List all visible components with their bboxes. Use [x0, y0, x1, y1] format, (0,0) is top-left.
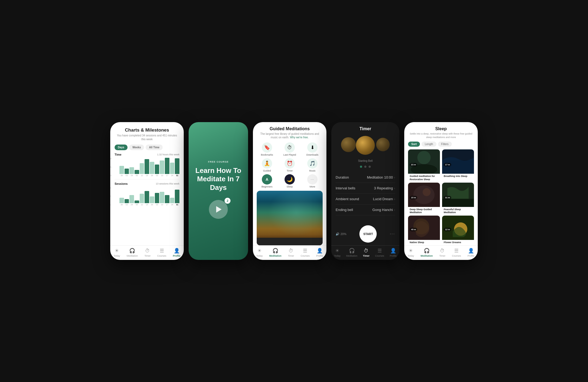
volume-value: 20%	[340, 232, 346, 236]
timer-controls: 🔊 20% START ···	[336, 222, 395, 245]
sleep-card-2[interactable]: 17 m Breathing into Sleep	[442, 149, 474, 180]
dot-2[interactable]	[364, 166, 366, 168]
dot-3[interactable]	[369, 166, 371, 168]
meditation-label-4: Meditation	[346, 254, 358, 257]
sleep-card-6[interactable]: 12 m Flower Dreams	[442, 216, 474, 245]
time-bar-0	[119, 166, 124, 174]
time-section-header: Time 1.32 hours this week	[115, 153, 179, 156]
featured-banner[interactable]	[257, 191, 323, 245]
timer-circle-label: Timer	[287, 169, 293, 172]
nav-profile-1[interactable]: 👤 Profile	[173, 248, 181, 257]
icon-sleep[interactable]: 🌙 Sleep	[279, 174, 300, 188]
nav-meditation-4[interactable]: 🎧 Meditation	[346, 248, 358, 257]
guided-label: Guided	[263, 169, 271, 172]
courses-icon-5: ☰	[454, 248, 459, 254]
time-bar-5	[145, 159, 149, 174]
y-label-2: 2	[110, 195, 111, 197]
time-stats: 1.32 hours this week	[157, 153, 179, 156]
time-bar-11	[175, 158, 179, 174]
filter-length[interactable]: Length	[422, 142, 436, 147]
courses-label-4: Courses	[375, 254, 384, 257]
tab-alltime[interactable]: All Time	[146, 145, 163, 150]
icon-downloads[interactable]: ⬇ Downloads	[302, 142, 323, 156]
sessions-bar-9	[165, 195, 169, 203]
icon-last-played[interactable]: ⏱ Last Played	[279, 142, 300, 156]
sessions-bar-5	[145, 191, 149, 203]
nav-courses-3[interactable]: ☰ Courses	[301, 248, 310, 257]
nav-profile-3[interactable]: 👤 Profile	[316, 248, 323, 257]
course-badge: 2	[225, 198, 230, 204]
nav-timer-1[interactable]: ⏱ Timer	[145, 248, 151, 257]
sleep-card-1[interactable]: 23 m Guided meditation for Restorative S…	[408, 149, 440, 180]
nav-timer-5[interactable]: ⏱ Timer	[439, 248, 446, 257]
time-x-label-7: 03	[155, 175, 159, 176]
time-x-label-9: 17	[165, 175, 169, 176]
nav-timer-3[interactable]: ⏱ Timer	[288, 248, 294, 257]
timer-label-4: Timer	[363, 254, 369, 257]
nav-today-1[interactable]: ☀ Today	[113, 248, 120, 257]
more-options[interactable]: ···	[390, 232, 395, 236]
ambient-chevron: ›	[394, 197, 395, 201]
nav-bar-4: ☀ Today 🎧 Meditation ⏱ Timer ☰ Courses 👤…	[331, 245, 399, 260]
play-button[interactable]	[209, 200, 228, 219]
interval-bells-row[interactable]: Interval bells 3 Repeating ›	[336, 183, 395, 194]
dot-1[interactable]	[360, 166, 362, 168]
timer-icon-5: ⏱	[440, 248, 445, 254]
why-free-link[interactable]: Why we're free.	[290, 136, 309, 139]
nav-meditation-3[interactable]: 🎧 Meditation	[269, 248, 281, 257]
time-bar-7	[155, 165, 159, 174]
nav-courses-5[interactable]: ☰ Courses	[452, 248, 461, 257]
sessions-x-label-7: 03	[155, 204, 159, 206]
y-label-1: 1	[110, 204, 111, 206]
nav-profile-5[interactable]: 👤 Profile	[467, 248, 475, 257]
nav-today-3[interactable]: ☀ Today	[256, 248, 263, 257]
filter-sort[interactable]: Sort	[408, 142, 420, 147]
courses-label: Courses	[157, 254, 166, 257]
icon-bookmarks[interactable]: 🔖 Bookmarks	[257, 142, 277, 156]
tab-weeks[interactable]: Weeks	[129, 145, 144, 150]
today-label-5: Today	[407, 254, 414, 257]
sleep-card-5[interactable]: 45 m Native Sleep	[408, 216, 440, 245]
sleep-title: Sleep	[408, 126, 474, 131]
sessions-x-label-11: 31	[175, 204, 179, 206]
time-bar-10	[170, 163, 175, 174]
icon-more[interactable]: ··· More	[302, 174, 323, 188]
guided-title: Guided Meditations	[257, 126, 323, 131]
timer-label-5: Timer	[439, 254, 446, 257]
screen-sleep: Sleep Settle into a deep, restorative sl…	[404, 122, 478, 260]
sessions-x-label-8: 10	[160, 204, 164, 206]
sessions-x-label-2: 29	[129, 204, 134, 206]
nav-today-5[interactable]: ☀ Today	[407, 248, 414, 257]
timer-label-3: Timer	[288, 254, 294, 257]
icon-guided[interactable]: 🧘 Guided	[257, 158, 277, 172]
time-bar-3	[135, 170, 139, 174]
sessions-stats: 13 sessions this week	[156, 182, 179, 185]
sleep-card-3[interactable]: 15 m Deep Sleep Guided Meditation	[408, 183, 440, 214]
sessions-bar-8	[160, 192, 164, 203]
today-icon-5: ☀	[409, 248, 413, 254]
icon-music[interactable]: 🎵 Music	[302, 158, 323, 172]
icon-timer[interactable]: ⏰ Timer	[279, 158, 300, 172]
nav-timer-4[interactable]: ⏱ Timer	[363, 248, 369, 257]
sleep-card-4[interactable]: 31 m Peaceful Sleep Meditation	[442, 183, 474, 214]
ending-bell-text: Gong Hanchi	[372, 208, 393, 212]
nav-meditation-1[interactable]: 🎧 Meditation	[127, 248, 138, 257]
nav-courses-1[interactable]: ☰ Courses	[157, 248, 166, 257]
nav-courses-4[interactable]: ☰ Courses	[375, 248, 384, 257]
ending-chevron: ›	[394, 208, 395, 212]
nav-meditation-5[interactable]: 🎧 Meditation	[420, 248, 433, 257]
nav-profile-4[interactable]: 👤 Profile	[390, 248, 397, 257]
play-area: 2	[194, 200, 243, 219]
tab-days[interactable]: Days	[115, 145, 128, 150]
volume-control[interactable]: 🔊 20%	[336, 232, 346, 236]
start-button[interactable]: START	[359, 225, 377, 243]
card-title-3: Deep Sleep Guided Meditation	[408, 207, 440, 214]
card-img-3	[408, 183, 440, 207]
icon-beginners[interactable]: A Beginners	[257, 174, 277, 188]
meditation-icon: 🎧	[129, 248, 135, 254]
duration-row[interactable]: Duration Meditation 10:00 ›	[336, 172, 395, 183]
nav-today-4[interactable]: ☀ Today	[334, 248, 340, 257]
ending-bell-row[interactable]: Ending bell Gong Hanchi ›	[336, 205, 395, 215]
filter-filters[interactable]: Filters	[438, 142, 452, 147]
ambient-sound-row[interactable]: Ambient sound Lucid Dream ›	[336, 194, 395, 205]
